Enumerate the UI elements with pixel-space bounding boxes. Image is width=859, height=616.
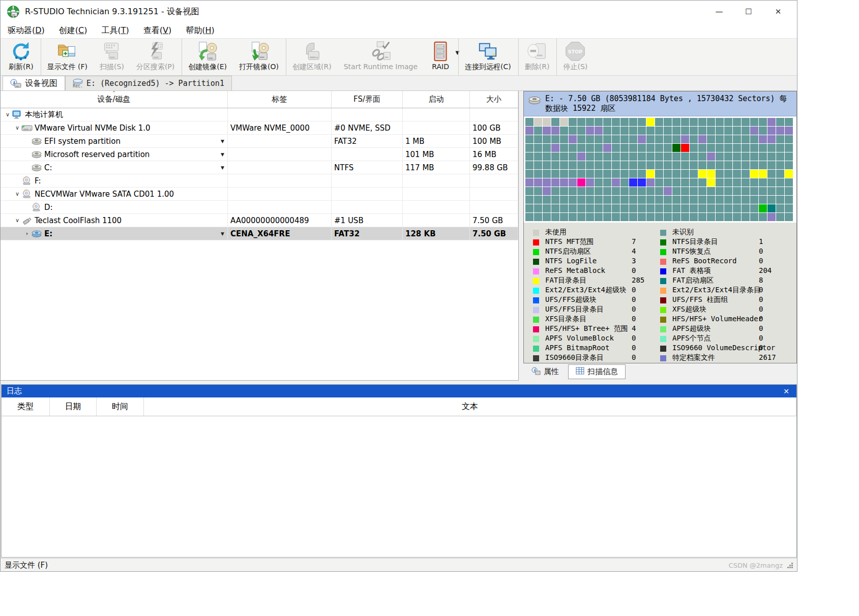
legend-label: FAT 表格项: [672, 266, 711, 274]
close-button[interactable]: ✕: [763, 1, 793, 23]
block-cell: [690, 196, 698, 204]
log-close-icon[interactable]: ✕: [781, 387, 791, 395]
scan-tab-scan-info[interactable]: 扫描信息: [568, 364, 626, 379]
legend-count: 0: [759, 295, 763, 303]
block-cell: [525, 152, 534, 161]
maximize-button[interactable]: ☐: [734, 1, 763, 23]
scan-tab-properties[interactable]: i属性: [524, 364, 566, 379]
block-cell: [595, 144, 603, 152]
stop-icon: STOP: [565, 41, 586, 62]
block-cell: [534, 127, 542, 135]
block-cell: [707, 161, 715, 169]
fs-cell: FAT32: [332, 227, 403, 240]
partition-dropdown-icon[interactable]: ▼: [221, 152, 224, 157]
legend-count: 0: [632, 315, 636, 323]
block-cell: [629, 178, 637, 187]
partition-dropdown-icon[interactable]: ▼: [221, 165, 224, 170]
device-name-cell: EFI system partition▼: [1, 135, 228, 147]
column-header-0[interactable]: ⌃设备/磁盘: [1, 91, 228, 108]
device-name-cell: ∨本地计算机: [1, 108, 228, 121]
legend-swatch: [660, 278, 666, 284]
table-row[interactable]: ∨Teclast CoolFlash 1100AA00000000000489#…: [1, 214, 518, 227]
chevron-right-icon[interactable]: ›: [23, 230, 31, 237]
block-cell: [724, 118, 732, 126]
menu-bar: 驱动器(D)创建(C)工具(T)查看(V)帮助(H): [1, 23, 797, 38]
chevron-down-icon[interactable]: ∨: [4, 111, 12, 118]
block-cell: [646, 118, 655, 126]
chevron-down-icon[interactable]: ∨: [13, 217, 21, 224]
legend-item: ISO9660 VolumeDescriptor0: [660, 344, 796, 353]
menu-item-help[interactable]: 帮助(H): [179, 24, 222, 38]
raid-button[interactable]: ▼RAID: [424, 39, 457, 75]
create-image-button[interactable]: 创建镜像(E): [182, 39, 233, 75]
block-cell: [698, 204, 706, 212]
block-cell: [560, 187, 568, 195]
block-cell: [742, 127, 750, 135]
block-cell: [646, 152, 655, 161]
block-cell: [707, 152, 715, 161]
block-map[interactable]: [524, 116, 796, 223]
table-row[interactable]: ›E:▼CENA_X64FREFAT32128 KB7.50 GB: [1, 227, 518, 240]
column-header-1[interactable]: 标签: [228, 91, 332, 108]
table-row[interactable]: ∨VMware Virtual NVMe Disk 1.0VMWare NVME…: [1, 121, 518, 135]
block-cell: [551, 144, 559, 152]
refresh-label: 刷新(R): [9, 63, 34, 72]
table-row[interactable]: D:: [1, 201, 518, 214]
block-cell: [716, 187, 724, 195]
legend-label: Ext2/Ext3/Ext4超级块: [545, 286, 627, 294]
block-cell: [776, 135, 784, 143]
block-cell: [560, 144, 568, 152]
scan-label: 扫描(S): [100, 63, 124, 72]
table-row[interactable]: ∨NECVMWar VMware SATA CD01 1.00: [1, 188, 518, 201]
block-cell: [569, 135, 577, 143]
menu-item-tools[interactable]: 工具(T): [95, 24, 136, 38]
block-cell: [672, 204, 680, 212]
size-cell: [470, 201, 518, 213]
block-cell: [767, 170, 776, 178]
tab-device-view[interactable]: i 设备视图: [3, 76, 65, 90]
block-cell: [629, 196, 637, 204]
block-cell: [733, 178, 741, 187]
show-files-button[interactable]: 显示文件 (F): [41, 39, 94, 75]
open-image-button[interactable]: 打开镜像(O): [233, 39, 285, 75]
create-region-button: 创建区域(R): [286, 39, 338, 75]
block-cell: [742, 170, 750, 178]
log-column-header-0[interactable]: 类型: [2, 397, 50, 416]
log-column-header-1[interactable]: 日期: [50, 397, 97, 416]
table-row[interactable]: Microsoft reserved partition▼101 MB16 MB: [1, 148, 518, 161]
log-title: 日志: [7, 386, 22, 396]
menu-item-view[interactable]: 查看(V): [136, 24, 179, 38]
legend-item: 未使用: [533, 228, 660, 237]
table-row[interactable]: ∨本地计算机: [1, 108, 518, 121]
block-cell: [672, 127, 680, 135]
table-row[interactable]: F:: [1, 174, 518, 188]
minimize-button[interactable]: —: [704, 1, 734, 23]
legend-item: XFS目录条目0: [533, 315, 660, 324]
table-row[interactable]: EFI system partition▼FAT321 MB100 MB: [1, 135, 518, 148]
partition-dropdown-icon[interactable]: ▼: [221, 231, 224, 236]
block-cell: [655, 144, 663, 152]
table-row[interactable]: C:▼NTFS117 MB99.88 GB: [1, 161, 518, 174]
block-cell: [767, 127, 776, 135]
column-header-3[interactable]: 启动: [403, 91, 470, 108]
connect-remote-button[interactable]: 连接到远程(C): [458, 39, 517, 75]
chevron-down-icon[interactable]: ∨: [13, 125, 21, 131]
block-cell: [759, 144, 767, 152]
partition-dropdown-icon[interactable]: ▼: [221, 139, 224, 144]
menu-item-drives[interactable]: 驱动器(D): [1, 24, 52, 38]
column-header-4[interactable]: 大小: [470, 91, 518, 108]
chevron-down-icon[interactable]: ∨: [13, 191, 21, 197]
legend-swatch: [533, 336, 539, 342]
log-column-header-2[interactable]: 时间: [97, 397, 144, 416]
refresh-button[interactable]: 刷新(R): [3, 39, 40, 75]
block-cell: [733, 204, 741, 212]
log-column-header-3[interactable]: 文本: [144, 397, 796, 416]
block-cell: [767, 144, 776, 152]
legend-count: 0: [632, 295, 636, 303]
tab-recognized-partition[interactable]: Rec. E: (Recognized5) -> Partition1: [65, 76, 232, 90]
block-cell: [543, 152, 551, 161]
block-cell: [724, 135, 732, 143]
column-header-2[interactable]: FS/界面: [332, 91, 403, 108]
block-cell: [655, 204, 663, 212]
menu-item-create[interactable]: 创建(C): [52, 24, 95, 38]
